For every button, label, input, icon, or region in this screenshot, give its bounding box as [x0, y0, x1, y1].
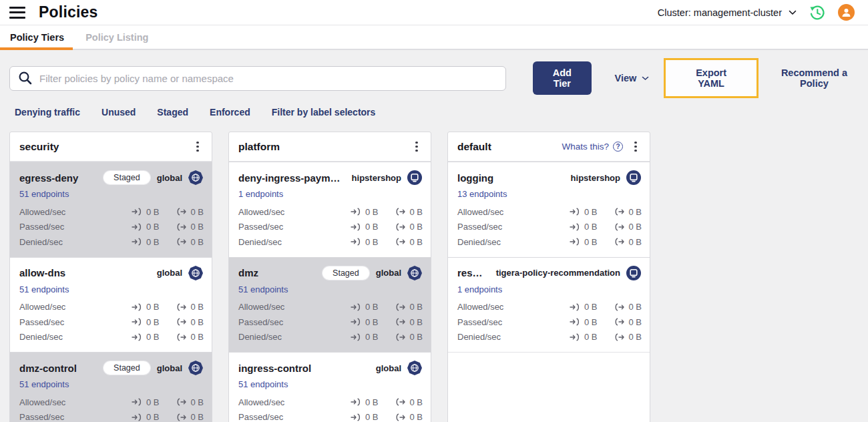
ingress-arrow-icon [570, 303, 581, 311]
egress-arrow-icon [614, 318, 625, 326]
whats-this-link[interactable]: Whats this?? [562, 142, 623, 152]
policy-card[interactable]: logginghipstershop13 endpointsAllowed/se… [448, 162, 650, 257]
endpoints-link[interactable]: 1 endpoints [457, 284, 502, 294]
namespace-circle-icon [626, 265, 642, 281]
filter-denying-traffic[interactable]: Denying traffic [15, 107, 80, 118]
egress-value: 0 B [190, 332, 204, 342]
policy-name: egress-deny [19, 172, 103, 184]
policy-scope-label: hipstershop [352, 173, 401, 183]
egress-arrow-icon [614, 208, 625, 216]
endpoints-link[interactable]: 51 endpoints [19, 284, 69, 294]
endpoints-link[interactable]: 51 endpoints [19, 189, 69, 199]
endpoints-link[interactable]: 51 endpoints [238, 379, 288, 389]
egress-arrow-icon [395, 303, 406, 311]
metric-label: Denied/sec [457, 332, 570, 342]
cluster-selector[interactable]: Cluster: management-cluster [658, 7, 797, 18]
filter-label-selectors[interactable]: Filter by label selectors [272, 107, 376, 118]
metric-row: Denied/sec0 B0 B [457, 234, 642, 250]
filter-enforced[interactable]: Enforced [210, 107, 250, 118]
metric-label: Allowed/sec [19, 397, 132, 407]
tier-header: defaultWhats this?? [448, 132, 650, 162]
filter-unused[interactable]: Unused [101, 107, 136, 118]
policy-card[interactable]: dmz-controlStagedglobal51 endpointsAllow… [10, 352, 212, 422]
metric-row: Passed/sec0 B0 B [238, 410, 423, 422]
metric-row: Passed/sec0 B0 B [238, 220, 423, 235]
egress-value: 0 B [409, 222, 423, 232]
policy-card[interactable]: allow-dnsglobal51 endpointsAllowed/sec0 … [10, 257, 212, 353]
policy-scope-label: hipstershop [571, 173, 620, 183]
metric-row: Allowed/sec0 B0 B [19, 395, 204, 410]
egress-arrow-icon [614, 223, 625, 231]
policy-card[interactable]: ingress-controlglobal51 endpointsAllowed… [229, 352, 431, 422]
tier-column-default: defaultWhats this??logginghipstershop13 … [447, 132, 650, 422]
ingress-value: 0 B [584, 237, 598, 247]
egress-value: 0 B [628, 317, 642, 327]
policy-search-input[interactable] [39, 73, 497, 84]
tab-policy-listing[interactable]: Policy Listing [75, 25, 159, 49]
metric-row: Allowed/sec0 B0 B [238, 395, 423, 410]
policy-card[interactable]: deny-ingress-paymentservi...hipstershop1… [229, 162, 431, 257]
ingress-value: 0 B [365, 397, 379, 407]
ingress-arrow-icon [132, 398, 143, 406]
policy-scope-label: tigera-policy-recommendation [496, 268, 620, 278]
recommend-policy-button[interactable]: Recommend a Policy [770, 67, 859, 89]
view-dropdown-button[interactable]: View [615, 73, 650, 83]
metric-label: Allowed/sec [238, 397, 351, 407]
egress-value: 0 B [409, 412, 423, 422]
export-yaml-button[interactable]: Export YAML [684, 67, 738, 89]
ingress-value: 0 B [365, 412, 379, 422]
global-octagon-icon [407, 360, 423, 376]
policy-card[interactable]: dmzStagedglobal51 endpointsAllowed/sec0 … [229, 257, 431, 353]
menu-icon[interactable] [9, 7, 25, 19]
metric-label: Passed/sec [238, 222, 351, 232]
endpoints-link[interactable]: 1 endpoints [238, 189, 283, 199]
user-avatar-icon[interactable] [838, 4, 855, 21]
policy-card[interactable]: egress-denyStagedglobal51 endpointsAllow… [10, 162, 212, 257]
kebab-menu-icon[interactable] [411, 141, 423, 153]
metric-label: Passed/sec [457, 222, 570, 232]
egress-value: 0 B [628, 207, 642, 217]
endpoints-link[interactable]: 13 endpoints [457, 189, 507, 199]
metric-label: Denied/sec [238, 237, 351, 247]
egress-value: 0 B [409, 207, 423, 217]
add-tier-button[interactable]: Add Tier [533, 61, 591, 95]
egress-value: 0 B [409, 332, 423, 342]
endpoints-link[interactable]: 51 endpoints [19, 379, 69, 389]
egress-arrow-icon [176, 238, 187, 246]
ingress-value: 0 B [365, 317, 379, 327]
metric-label: Denied/sec [238, 332, 351, 342]
metric-row: Allowed/sec0 B0 B [19, 300, 204, 315]
ingress-value: 0 B [584, 222, 598, 232]
egress-value: 0 B [409, 317, 423, 327]
app-header: Policies Cluster: management-cluster [0, 0, 868, 25]
ingress-value: 0 B [146, 317, 160, 327]
ingress-arrow-icon [570, 318, 581, 326]
egress-arrow-icon [395, 333, 406, 341]
metric-row: Denied/sec0 B0 B [457, 330, 642, 345]
metric-row: Denied/sec0 B0 B [19, 330, 204, 345]
egress-value: 0 B [409, 237, 423, 247]
policy-search-box[interactable] [9, 66, 506, 91]
egress-arrow-icon [176, 413, 187, 421]
ingress-arrow-icon [351, 223, 362, 231]
filter-staged[interactable]: Staged [157, 107, 188, 118]
policy-card[interactable]: restrictedtigera-policy-recommendation1 … [448, 257, 650, 353]
metric-row: Passed/sec0 B0 B [457, 220, 642, 235]
metric-label: Allowed/sec [19, 302, 132, 312]
kebab-menu-icon[interactable] [630, 141, 642, 153]
metric-label: Allowed/sec [457, 207, 570, 217]
ingress-arrow-icon [132, 238, 143, 246]
tier-empty-area [448, 352, 650, 422]
ingress-value: 0 B [584, 332, 598, 342]
ingress-value: 0 B [584, 207, 598, 217]
egress-arrow-icon [176, 333, 187, 341]
history-restore-icon[interactable] [809, 4, 826, 21]
egress-arrow-icon [176, 208, 187, 216]
kebab-menu-icon[interactable] [192, 141, 204, 153]
tab-policy-tiers[interactable]: Policy Tiers [10, 25, 64, 49]
endpoints-link[interactable]: 51 endpoints [238, 284, 288, 294]
ingress-arrow-icon [570, 333, 581, 341]
tab-bar: Policy Tiers Policy Listing [0, 25, 868, 50]
metric-label: Denied/sec [19, 237, 132, 247]
metric-label: Passed/sec [238, 412, 351, 422]
